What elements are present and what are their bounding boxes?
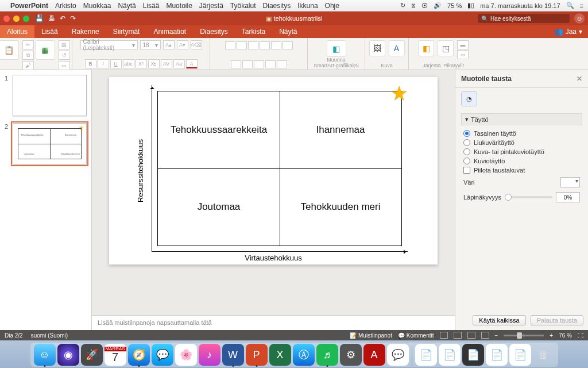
slider-thumb[interactable]: [505, 194, 512, 201]
strike-button[interactable]: abc: [123, 59, 134, 68]
sorter-view-icon[interactable]: [454, 332, 462, 339]
fit-window-icon[interactable]: ⛶: [578, 332, 583, 339]
reading-view-icon[interactable]: [467, 332, 475, 339]
itunes-icon[interactable]: ♪: [199, 344, 220, 366]
textbox-button[interactable]: A: [389, 40, 405, 56]
opacity-value[interactable]: 0%: [556, 192, 580, 202]
menu-diaesitys[interactable]: Diaesitys: [263, 2, 291, 10]
close-panel-icon[interactable]: ✕: [577, 75, 582, 83]
trash-icon[interactable]: 🗑: [533, 344, 555, 366]
tab-nayta[interactable]: Näytä: [272, 25, 304, 38]
copy-icon[interactable]: ⧉: [22, 51, 34, 60]
feedback-icon[interactable]: ☺: [574, 13, 585, 24]
tab-rakenne[interactable]: Rakenne: [65, 25, 106, 38]
opacity-slider[interactable]: [505, 196, 552, 198]
format-painter-icon[interactable]: 🖌: [22, 61, 34, 70]
notes-button[interactable]: 📝 Muistiinpanot: [350, 332, 392, 339]
menu-ohje[interactable]: Ohje: [325, 2, 339, 10]
zoom-thumb[interactable]: [517, 332, 522, 339]
subscript-button[interactable]: X₂: [148, 59, 160, 68]
share-button[interactable]: 👥Jaa▾: [549, 28, 588, 36]
acrobat-icon[interactable]: A: [363, 344, 385, 366]
layout-icon[interactable]: ▤: [59, 40, 70, 49]
settings-icon[interactable]: ⚙: [340, 344, 362, 366]
doc-icon-5[interactable]: 📄: [509, 344, 531, 366]
section-icon[interactable]: ▭: [59, 61, 70, 70]
reset-icon[interactable]: ↺: [59, 51, 70, 60]
bullets-icon[interactable]: [225, 41, 235, 49]
font-color-icon[interactable]: A: [186, 59, 198, 68]
redo-icon[interactable]: ↷: [70, 14, 76, 22]
menu-muokkaa[interactable]: Muokkaa: [83, 2, 111, 10]
undo-icon[interactable]: ↶: [60, 14, 65, 22]
align-center-icon[interactable]: [242, 60, 253, 68]
tab-diaesitys[interactable]: Diaesitys: [193, 25, 235, 38]
decrease-indent-icon[interactable]: [248, 41, 258, 49]
appstore-icon[interactable]: Ⓐ: [293, 344, 315, 366]
history-icon[interactable]: ↻: [400, 2, 405, 9]
tab-lisaa[interactable]: Lisää: [34, 25, 65, 38]
tab-animaatiot[interactable]: Animaatiot: [146, 25, 193, 38]
save-icon[interactable]: 💾: [35, 14, 44, 22]
volume-icon[interactable]: 🔊: [434, 2, 442, 9]
comments-button[interactable]: 💬 Kommentit: [398, 332, 434, 339]
battery-icon[interactable]: ▮▯: [467, 2, 474, 9]
columns-icon[interactable]: [277, 60, 287, 68]
menu-extra-icon[interactable]: ≡: [580, 2, 583, 9]
superscript-button[interactable]: X²: [136, 59, 147, 68]
calendar-icon[interactable]: MARRAS7: [105, 344, 126, 366]
safari-icon[interactable]: 🧭: [128, 344, 150, 366]
grow-font-icon[interactable]: A▴: [163, 40, 175, 49]
wechat-icon[interactable]: 💬: [387, 344, 409, 366]
line-spacing-icon[interactable]: [271, 41, 281, 49]
radio-picture-fill[interactable]: Kuva- tai pintakuviotäyttö: [461, 147, 582, 156]
wifi-icon[interactable]: ⦿: [421, 2, 428, 9]
traffic-lights[interactable]: [3, 16, 29, 22]
fill-section-header[interactable]: ▾Täyttö: [461, 113, 582, 125]
align-right-icon[interactable]: [254, 60, 264, 68]
spotify-icon[interactable]: ♬: [316, 344, 338, 366]
change-case-icon[interactable]: Aa: [173, 59, 185, 68]
clock-text[interactable]: ma 7. marraskuuta klo 19.17: [480, 2, 560, 9]
menu-jarjesta[interactable]: Järjestä: [199, 2, 223, 10]
zoom-value[interactable]: 76 %: [559, 332, 572, 339]
slide-indicator[interactable]: Dia 2/2: [5, 332, 23, 339]
checkbox-hide-bg[interactable]: Piilota taustakuvat: [461, 166, 582, 175]
radio-solid-fill[interactable]: Tasainen täyttö: [461, 129, 582, 138]
tab-tarkista[interactable]: Tarkista: [235, 25, 272, 38]
word-icon[interactable]: W: [222, 344, 244, 366]
language-indicator[interactable]: suomi (Suomi): [31, 332, 68, 339]
shape-fill-icon[interactable]: ▬: [457, 40, 469, 49]
color-picker[interactable]: [560, 177, 580, 187]
thumbnail-2[interactable]: 2 ★ Tehokkuussaarekkeita Ihannemaa Jouto…: [5, 123, 87, 164]
thumbnail-1[interactable]: 1: [5, 75, 87, 116]
picture-button[interactable]: 🖼: [369, 40, 385, 56]
doc-icon-2[interactable]: 📄: [439, 344, 461, 366]
font-size-select[interactable]: 18▾: [140, 40, 161, 49]
siri-icon[interactable]: ◉: [57, 344, 79, 366]
menu-lisaa[interactable]: Lisää: [143, 2, 160, 10]
app-name[interactable]: PowerPoint: [10, 2, 48, 10]
cut-icon[interactable]: ✂: [22, 40, 34, 49]
launchpad-icon[interactable]: 🚀: [81, 344, 103, 366]
font-family-select[interactable]: Calibri (Leipäteksti)▾: [80, 40, 138, 49]
doc-icon-1[interactable]: 📄: [415, 344, 437, 366]
bold-button[interactable]: B: [85, 59, 96, 68]
powerpoint-icon[interactable]: P: [246, 344, 268, 366]
clear-format-icon[interactable]: A⌫: [191, 40, 202, 49]
underline-button[interactable]: U: [110, 59, 122, 68]
photos-icon[interactable]: 🌸: [175, 344, 197, 366]
close-icon[interactable]: [3, 16, 10, 22]
search-presentation-input[interactable]: 🔍 Hae esityksestä: [478, 14, 570, 23]
new-slide-button[interactable]: ▦: [36, 40, 55, 60]
arrange-button[interactable]: ◧: [418, 40, 434, 56]
menu-ikkuna[interactable]: Ikkuna: [297, 2, 318, 10]
char-spacing-icon[interactable]: AV: [161, 59, 172, 68]
menu-arkisto[interactable]: Arkisto: [55, 2, 76, 10]
shape-outline-icon[interactable]: ▭: [457, 50, 469, 59]
paste-button[interactable]: 📋: [0, 40, 19, 60]
italic-button[interactable]: I: [98, 59, 109, 68]
shrink-font-icon[interactable]: A▾: [177, 40, 188, 49]
menu-muotoile[interactable]: Muotoile: [166, 2, 192, 10]
slideshow-view-icon[interactable]: [481, 332, 489, 339]
